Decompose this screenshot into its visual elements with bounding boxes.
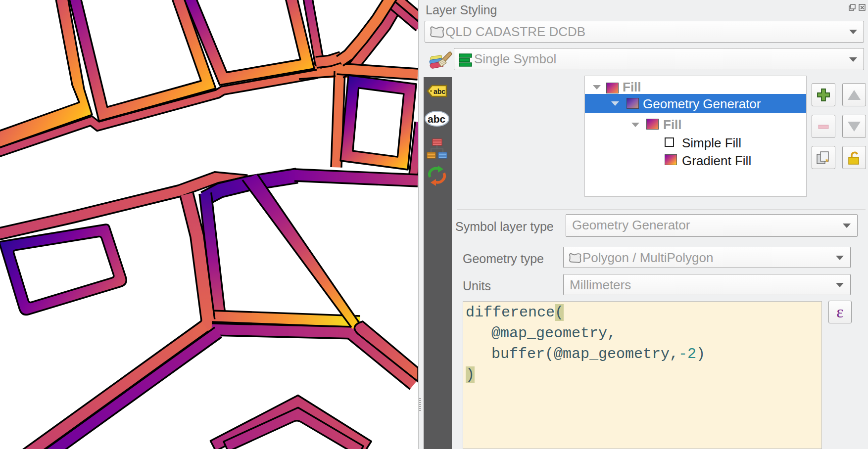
svg-text:*: *: [825, 158, 829, 165]
svg-text:abc: abc: [434, 88, 445, 95]
svg-text:abc: abc: [428, 113, 446, 125]
